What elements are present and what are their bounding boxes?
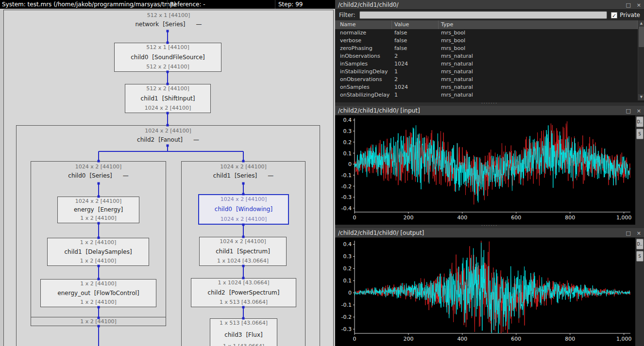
table-cell: 1024 — [392, 60, 439, 68]
svg-text:0.3: 0.3 — [343, 128, 352, 134]
node-input-format: 1024 x 2 [44100] — [75, 164, 122, 170]
splitter-handle[interactable]: ······· — [335, 102, 644, 106]
svg-text:0.4: 0.4 — [343, 117, 352, 123]
table-row[interactable]: inSamples1024mrs_natural — [335, 60, 638, 68]
table-row[interactable]: inStabilizingDelay1mrs_natural — [335, 68, 638, 76]
svg-text:200: 200 — [403, 336, 413, 342]
table-row[interactable]: onStabilizingDelay1mrs_natural — [335, 91, 638, 99]
app: 512 x 1 [44100] network [Series] — 1024 … — [0, 0, 644, 346]
table-cell: false — [392, 45, 439, 52]
float-icon[interactable]: □ — [626, 230, 631, 236]
divider — [167, 0, 168, 9]
node-input-format: 1024 x 2 [44100] — [75, 198, 122, 204]
node-child3-flux[interactable]: 1 x 513 [43.0664] child3 [Flux] 1 x 1 [4… — [210, 318, 277, 346]
node-input-format: 1024 x 2 [44100] — [220, 164, 267, 170]
dock-area: /child2/child1/child0/ □ × Filter: ✓ Pri… — [335, 0, 644, 346]
controls-panel-title: /child2/child1/child0/ — [338, 0, 399, 9]
table-cell: normalize — [335, 29, 392, 37]
node-title: child0 [Series] — — [68, 172, 128, 180]
input-plot-area[interactable]: 0.40.30.20.10-0.1-0.2-0.3-0.402004006008… — [335, 115, 635, 225]
node-title: energy [Energy] — [74, 206, 123, 214]
table-cell: verbose — [335, 37, 392, 45]
svg-text:600: 600 — [511, 336, 521, 342]
checkbox-check-icon: ✓ — [611, 12, 617, 18]
status-system: System: test.mrs (/home/jakob/programmin… — [2, 0, 176, 9]
node-child1-shiftinput[interactable]: 512 x 2 [44100] child1 [ShiftInput] 1024… — [125, 84, 211, 113]
output-plot-titlebar[interactable]: /child2/child1/child0/ [output] □ × — [335, 228, 644, 238]
node-title: child3 [Flux] — [224, 331, 262, 339]
dock-tab-d[interactable]: D.. — [636, 239, 644, 249]
close-icon[interactable]: × — [637, 2, 641, 8]
node-input-format: 1024 x 2 [44100] — [220, 239, 266, 245]
node-title: energy_out [FlowToControl] — [57, 290, 139, 297]
float-icon[interactable]: □ — [626, 2, 631, 8]
node-energy[interactable]: 1024 x 2 [44100] energy [Energy] 1 x 2 [… — [57, 197, 139, 223]
status-reference: Reference: - — [170, 0, 205, 9]
table-cell: inSamples — [335, 60, 392, 68]
svg-text:0: 0 — [353, 214, 356, 221]
close-icon[interactable]: × — [637, 108, 641, 114]
close-icon[interactable]: × — [637, 230, 641, 236]
svg-text:800: 800 — [565, 336, 575, 342]
dock-tab-d[interactable]: D.. — [636, 116, 644, 127]
node-input-format: 512 x 1 [44100] — [147, 13, 190, 18]
node-child1-spectrum[interactable]: 1024 x 2 [44100] child1 [Spectrum] 1 x 1… — [199, 237, 287, 266]
output-plot-title: /child2/child1/child0/ [output] — [338, 228, 424, 237]
table-cell: 1 — [392, 68, 439, 76]
table-row[interactable]: onObservations2mrs_natural — [335, 76, 638, 83]
node-child1-delaysamples[interactable]: 1 x 2 [44100] child1 [DelaySamples] 1 x … — [47, 238, 149, 266]
table-cell: inStabilizingDelay — [335, 68, 392, 76]
column-header-type[interactable]: Type — [439, 20, 638, 29]
collapse-button-series-left[interactable]: — — [123, 172, 129, 180]
scroll-up-icon[interactable]: ▲ — [638, 20, 644, 27]
dock-tab-s[interactable]: S — [636, 251, 644, 262]
node-output-format: 1 x 2 [44100] — [80, 215, 117, 221]
node-energy-out-flowtocontrol[interactable]: 1 x 2 [44100] energy_out [FlowToControl]… — [40, 279, 156, 307]
node-title: child0 [Windowing] — [215, 206, 272, 213]
column-header-value[interactable]: Value — [392, 20, 439, 29]
table-cell: inObservations — [335, 52, 392, 60]
controls-panel-titlebar[interactable]: /child2/child1/child0/ □ × — [335, 0, 644, 10]
column-header-name[interactable]: Name — [335, 20, 392, 29]
collapse-button-network[interactable]: — — [196, 21, 202, 28]
svg-text:-0.2: -0.2 — [341, 183, 352, 190]
node-child2-powerspectrum[interactable]: 1 x 1024 [43.0664] child2 [PowerSpectrum… — [191, 278, 296, 307]
filter-label: Filter: — [339, 12, 356, 18]
scrollbar-thumb[interactable] — [639, 27, 644, 47]
svg-text:0: 0 — [348, 290, 352, 296]
status-bar: System: test.mrs (/home/jakob/programmin… — [0, 0, 335, 9]
node-child0-windowing[interactable]: 1024 x 2 [44100] child0 [Windowing] 1024… — [198, 194, 289, 225]
private-checkbox[interactable]: ✓ Private — [611, 12, 640, 18]
collapse-button-fanout[interactable]: — — [193, 136, 199, 144]
table-row[interactable]: onSamples1024mrs_natural — [335, 83, 638, 91]
float-icon[interactable]: □ — [626, 108, 631, 114]
table-row[interactable]: zeroPhasingfalsemrs_bool — [335, 45, 638, 52]
scrollbar[interactable]: ▲ ▼ — [638, 20, 644, 100]
node-output-format: 1 x 513 [43.0664] — [220, 299, 268, 305]
dock-tab-s[interactable]: S — [636, 129, 644, 139]
node-title: child1 [DelaySamples] — [64, 248, 132, 256]
svg-text:-0.3: -0.3 — [341, 326, 352, 332]
controls-panel: /child2/child1/child0/ □ × Filter: ✓ Pri… — [335, 0, 644, 102]
svg-text:600: 600 — [511, 214, 521, 221]
node-title: network [Series] — — [136, 21, 202, 28]
output-plot-area[interactable]: 0.40.30.20.10-0.1-0.2-0.302004006008001,… — [335, 238, 635, 346]
input-plot-titlebar[interactable]: /child2/child1/child0/ [input] □ × — [335, 106, 644, 115]
controls-table-body: normalizefalsemrs_boolverbosefalsemrs_bo… — [335, 29, 638, 99]
scroll-down-icon[interactable]: ▼ — [638, 94, 644, 100]
node-child0-soundfilesource[interactable]: 512 x 1 [44100] child0 [SoundFileSource]… — [114, 43, 221, 72]
node-output-format: 1024 x 2 [44100] — [145, 105, 191, 111]
splitter-handle[interactable]: ······· — [335, 225, 644, 228]
table-row[interactable]: normalizefalsemrs_bool — [335, 29, 638, 37]
table-row[interactable]: inObservations2mrs_natural — [335, 52, 638, 60]
divider — [275, 0, 275, 9]
svg-text:0: 0 — [353, 336, 356, 342]
table-row[interactable]: verbosefalsemrs_bool — [335, 37, 638, 45]
dock-tab-strip: D.. S — [635, 238, 644, 346]
table-cell: onObservations — [335, 76, 392, 83]
filter-input[interactable] — [359, 11, 608, 19]
table-cell: mrs_natural — [439, 76, 638, 83]
svg-text:-0.1: -0.1 — [341, 302, 352, 308]
collapse-button-series-right[interactable]: — — [268, 172, 273, 180]
node-output-format: 512 x 2 [44100] — [146, 64, 189, 70]
